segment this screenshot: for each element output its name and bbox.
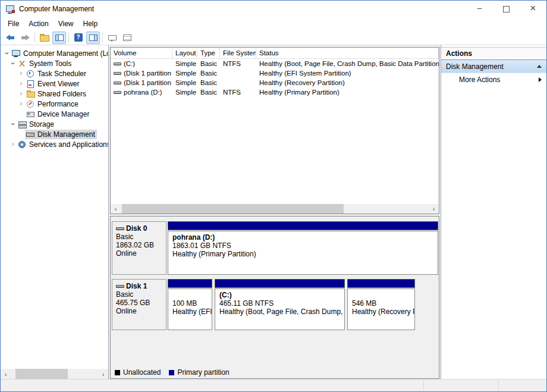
expander-icon[interactable]: ›: [17, 100, 25, 108]
menu-help[interactable]: Help: [78, 18, 103, 29]
volume-row-disk-1-partition-1[interactable]: (Disk 1 partition 1)SimpleBasicHealthy (…: [111, 68, 439, 78]
show-action-pane-button[interactable]: [86, 32, 100, 44]
tree-item-device-manager[interactable]: Device Manager: [1, 109, 108, 119]
tree-item-label: Services and Applications: [29, 140, 108, 149]
partition-pohrana-d[interactable]: pohrana (D:)1863.01 GB NTFSHealthy (Prim…: [168, 221, 438, 275]
toolbar-separator: [102, 32, 103, 43]
back-icon: [6, 35, 15, 40]
scroll-right-icon[interactable]: ›: [429, 204, 439, 214]
popup-window-icon: [108, 35, 117, 40]
tree-horizontal-scrollbar[interactable]: ‹ ›: [1, 369, 108, 379]
tree-item-event-viewer[interactable]: ›Event Viewer: [1, 79, 108, 89]
menu-view[interactable]: View: [54, 18, 78, 29]
scroll-left-icon[interactable]: ‹: [111, 204, 121, 214]
submenu-arrow-icon: [539, 77, 542, 82]
partition-status: Healthy (Boot, Page File, Crash Dump, Ba…: [219, 308, 343, 316]
partition-legend: UnallocatedPrimary partition: [111, 366, 439, 378]
volume-icon: [114, 62, 121, 65]
type-cell: Basic: [197, 70, 220, 77]
popup-window-button[interactable]: [105, 32, 119, 44]
tree-item-storage[interactable]: ›Storage: [1, 119, 108, 129]
maximize-button[interactable]: [493, 1, 520, 17]
disk-label-disk-0[interactable]: Disk 0Basic1863.02 GBOnline: [112, 221, 166, 275]
volume-cell: (Disk 1 partition 4): [111, 79, 172, 86]
expander-icon[interactable]: ›: [17, 90, 25, 98]
partition-title: pohrana (D:): [172, 233, 436, 242]
actions-group-label: Disk Management: [446, 62, 537, 71]
computer-management-icon: [5, 5, 15, 14]
disk-kind: Basic: [116, 290, 164, 299]
back-button[interactable]: [4, 32, 17, 44]
main-body: ›Computer Management (Local)›System Tool…: [1, 45, 546, 379]
column-header-file-system[interactable]: File System: [220, 48, 256, 59]
volume-list-rows: (C:)SimpleBasicNTFSHealthy (Boot, Page F…: [111, 59, 439, 97]
minimize-button[interactable]: [466, 1, 493, 17]
tree-item-task-scheduler[interactable]: ›Task Scheduler: [1, 68, 108, 79]
disk-label-disk-1[interactable]: Disk 1Basic465.75 GBOnline: [112, 279, 166, 330]
expander-icon[interactable]: ›: [9, 59, 17, 67]
disk-rows: Disk 0Basic1863.02 GBOnlinepohrana (D:)1…: [111, 217, 439, 330]
actions-group-disk-management[interactable]: Disk Management: [441, 60, 546, 73]
toolbar-separator: [68, 32, 69, 43]
partition-title: [352, 291, 413, 299]
column-header-status[interactable]: Status: [256, 48, 439, 59]
show-console-tree-button[interactable]: [52, 32, 66, 44]
partition-title: [172, 291, 210, 299]
volume-row-c[interactable]: (C:)SimpleBasicNTFSHealthy (Boot, Page F…: [111, 59, 439, 68]
partition-c[interactable]: (C:)465.11 GB NTFSHealthy (Boot, Page Fi…: [215, 279, 345, 330]
volume-row-disk-1-partition-4[interactable]: (Disk 1 partition 4)SimpleBasicHealthy (…: [111, 78, 439, 87]
tree-item-disk-management[interactable]: Disk Management: [1, 129, 108, 139]
partitions: 100 MBHealthy (EFI System Partition)(C:)…: [168, 279, 415, 330]
volume-name: (C:): [124, 60, 135, 67]
tree-item-computer-management-local[interactable]: ›Computer Management (Local): [1, 48, 108, 58]
tree-item-performance[interactable]: ›Performance: [1, 99, 108, 109]
storage-icon: [17, 120, 27, 128]
expander-icon[interactable]: ›: [9, 120, 17, 128]
tree-item-services-and-applications[interactable]: ›Services and Applications: [1, 139, 108, 149]
expander-icon[interactable]: ›: [17, 70, 25, 77]
tree-item-label: Device Manager: [37, 110, 89, 118]
menu-action[interactable]: Action: [24, 18, 53, 29]
column-header-type[interactable]: Type: [197, 48, 220, 59]
partition-546-mb[interactable]: 546 MBHealthy (Recovery Partition): [347, 279, 415, 330]
scroll-right-icon[interactable]: ›: [98, 369, 108, 379]
expander-icon[interactable]: ›: [3, 49, 11, 57]
legend-label: Unallocated: [123, 368, 161, 377]
volume-cell: pohrana (D:): [111, 89, 172, 96]
file-system-cell: NTFS: [220, 89, 256, 96]
expander-icon[interactable]: ›: [17, 80, 25, 87]
close-button[interactable]: [520, 1, 546, 17]
tree-item-shared-folders[interactable]: ›Shared Folders: [1, 89, 108, 99]
forward-icon: [21, 35, 30, 40]
column-header-layout[interactable]: Layout: [172, 48, 197, 59]
forward-button[interactable]: [18, 32, 32, 44]
layout-cell: Simple: [172, 70, 197, 77]
status-cell: Healthy (EFI System Partition): [256, 70, 439, 77]
collapse-icon[interactable]: [537, 65, 542, 68]
disk-management-icon: [26, 130, 35, 139]
column-header-volume[interactable]: Volume: [111, 48, 172, 59]
volume-horizontal-scrollbar[interactable]: ‹ ›: [111, 204, 439, 214]
volume-row-pohrana-d[interactable]: pohrana (D:)SimpleBasicNTFSHealthy (Prim…: [111, 87, 439, 97]
up-folder-icon: [40, 34, 49, 41]
expander-icon[interactable]: ›: [9, 140, 17, 148]
partition-100-mb[interactable]: 100 MBHealthy (EFI System Partition): [168, 279, 212, 330]
task-scheduler-icon: [26, 70, 35, 78]
menu-bar: FileActionViewHelp: [1, 17, 546, 30]
more-actions-item[interactable]: More Actions: [441, 73, 546, 86]
layout-cell: Simple: [172, 60, 197, 67]
partition-info: pohrana (D:)1863.01 GB NTFSHealthy (Prim…: [168, 231, 438, 275]
up-folder-button[interactable]: [37, 32, 51, 44]
center-panel: VolumeLayoutTypeFile SystemStatus (C:)Si…: [110, 47, 439, 379]
scroll-left-icon[interactable]: ‹: [1, 369, 11, 379]
menu-file[interactable]: File: [3, 18, 24, 29]
volume-cell: (Disk 1 partition 1): [111, 70, 172, 77]
disk-name-text: Disk 1: [126, 282, 147, 290]
disk-row-disk-0: Disk 0Basic1863.02 GBOnlinepohrana (D:)1…: [112, 221, 439, 275]
scrollbar-thumb[interactable]: [122, 204, 344, 214]
scrollbar-thumb[interactable]: [15, 369, 68, 379]
help-button[interactable]: [71, 32, 85, 44]
properties-button[interactable]: [120, 32, 134, 44]
tree-item-system-tools[interactable]: ›System Tools: [1, 58, 108, 68]
event-viewer-icon: [26, 80, 35, 88]
